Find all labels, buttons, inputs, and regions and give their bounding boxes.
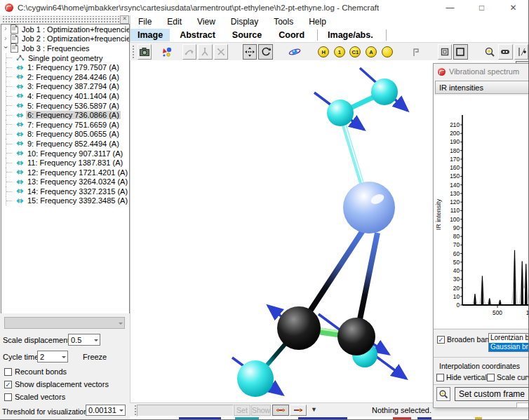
toolbar-grip[interactable] [132, 45, 135, 59]
hide-verticals-checkbox[interactable] [436, 374, 444, 381]
label-h-button[interactable]: H [316, 44, 331, 60]
spectrum-title-bar[interactable]: Vibrational spectrum [434, 64, 529, 79]
ir-spectrum-plot: 0102030405060708090100110120130140150160… [434, 95, 529, 328]
spectrum-resize-grip[interactable] [516, 402, 529, 408]
tree-connector [6, 72, 15, 82]
interpolation-coordinates-label[interactable]: Interpolation coordinates [439, 362, 520, 370]
tree-item-label: Job 2 : Optimization+frequencies [20, 34, 130, 43]
close-button[interactable]: ✕ [497, 0, 529, 15]
menu-help[interactable]: Help [301, 17, 334, 27]
tree-item-frequency-selected[interactable]: 6: Frequency 736.0866 (A) [1, 110, 129, 120]
frame-outline-button[interactable] [453, 44, 468, 60]
camera-button[interactable] [138, 44, 152, 60]
chevron-down-icon[interactable] [92, 334, 100, 345]
menu-display[interactable]: Display [223, 17, 266, 27]
label-plain-button[interactable] [380, 44, 394, 60]
tree-item-frequency[interactable]: 7: Frequency 751.6659 (A) [1, 120, 129, 130]
tab-abstract[interactable]: Abstract [173, 29, 222, 41]
pan-button[interactable] [243, 44, 257, 60]
forward-direction-button[interactable] [290, 405, 307, 416]
frequency-icon [16, 93, 24, 99]
tab-coord[interactable]: Coord [272, 29, 312, 41]
tree-item-frequency[interactable]: 10: Frequency 907.3117 (A) [1, 149, 129, 158]
stereo-mask-button[interactable] [498, 44, 513, 60]
tree-item-frequency[interactable]: 2: Frequency 284.4246 (A) [1, 72, 129, 82]
tab-image-abs[interactable]: Image/abs. [321, 29, 380, 41]
both-directions-button[interactable] [272, 405, 289, 416]
tree-item-frequency[interactable]: 14: Frequency 3327.2315 (A) [1, 187, 129, 196]
ir-spectrum-chart[interactable]: 0102030405060708090100110120130140150160… [434, 95, 529, 328]
recount-bonds-checkbox[interactable] [4, 368, 12, 376]
zoom-tool-button[interactable] [482, 44, 497, 60]
frequency-icon [16, 121, 24, 128]
scaled-vectors-checkbox[interactable] [4, 393, 12, 401]
tree-item-frequency[interactable]: 15: Frequency 3392.3485 (A) [1, 196, 129, 206]
expander-icon[interactable]: › [1, 34, 10, 42]
expander-icon[interactable]: › [1, 25, 10, 32]
flag-button[interactable] [408, 44, 423, 60]
broadening-option-gaussian[interactable]: Gaussian broa [489, 343, 529, 352]
panel-close-icon[interactable]: ✕ [120, 15, 129, 24]
tree-item-job1[interactable]: › Job 1 : Optimization+frequencies [1, 25, 129, 34]
panel-drag-handle[interactable] [1, 16, 128, 22]
spectrum-title: Vibrational spectrum [449, 67, 519, 76]
set-custom-frame-button[interactable]: Set custom frame [455, 387, 529, 401]
separator [434, 329, 529, 330]
capture-molecule-button[interactable] [160, 44, 175, 60]
tree-item-frequency[interactable]: 4: Frequency 401.1404 (A) [1, 91, 129, 101]
broadening-option-lorentzian[interactable]: Lorentzian broa [489, 334, 529, 343]
camera-icon [139, 46, 150, 57]
label-number-button[interactable]: 1 [332, 44, 347, 60]
menu-file[interactable]: File [130, 17, 159, 27]
vibrational-spectrum-window[interactable]: Vibrational spectrum IR intensities 0102… [433, 63, 529, 408]
tab-source[interactable]: Source [225, 29, 269, 41]
measure-button[interactable] [514, 44, 529, 60]
atom-h [327, 100, 354, 126]
label-a-button[interactable]: A [364, 44, 379, 60]
threshold-combobox[interactable]: 0.00131 [86, 405, 126, 416]
tree-connector [6, 101, 15, 111]
tree-item-frequency[interactable]: 1: Frequency 179.7507 (A) [1, 62, 129, 72]
tree-item-job2[interactable]: › Job 2 : Optimization+frequencies [1, 34, 129, 44]
frame-button[interactable] [438, 44, 453, 60]
chevron-down-icon[interactable] [60, 351, 67, 362]
expander-icon[interactable]: › [2, 43, 10, 52]
tree-item-frequency[interactable]: 13: Frequency 3264.0324 (A) [1, 177, 129, 187]
spectrum-zoom-button[interactable] [436, 387, 450, 401]
freeze-label[interactable]: Freeze [83, 353, 107, 361]
rotate-button[interactable] [258, 44, 273, 60]
tree-item-frequency[interactable]: 12: Frequency 1721.4201 (A) [1, 168, 129, 177]
show-displacement-vectors-label: Show displacement vectors [15, 380, 109, 388]
job-tree: › Job 1 : Optimization+frequencies › Job… [1, 24, 130, 314]
tools-heading[interactable]: Tools [5, 417, 29, 420]
tree-item-frequency[interactable]: 5: Frequency 536.5897 (A) [1, 101, 129, 111]
cycle-time-combobox[interactable]: 2 [37, 351, 68, 363]
tab-image[interactable]: Image [130, 29, 170, 41]
broaden-bands-checkbox[interactable]: ✓ [437, 336, 445, 344]
tree-item-job3[interactable]: › Job 3 : Frequencies [1, 43, 129, 53]
label-c1-button[interactable]: C1 [348, 44, 363, 60]
direction-dropdown-caret[interactable]: ▼ [311, 406, 317, 413]
menu-tools[interactable]: Tools [266, 17, 301, 27]
app-icon [438, 68, 446, 76]
scale-displacement-combobox[interactable]: 0.5 [68, 334, 100, 346]
tree-connector [6, 177, 15, 187]
atom-orbit-button[interactable] [288, 44, 302, 60]
tree-item-label: 15: Frequency 3392.3485 (A) [26, 196, 129, 205]
show-displacement-vectors-checkbox[interactable]: ✓ [4, 381, 12, 388]
maximize-button[interactable]: □ [466, 0, 497, 15]
menu-view[interactable]: View [189, 17, 223, 27]
atom-pt [343, 182, 395, 233]
tree-item-frequency[interactable]: 9: Frequency 852.4494 (A) [1, 139, 129, 149]
tree-connector [6, 91, 15, 101]
minimize-button[interactable]: — [434, 0, 466, 15]
tree-item-single-point-geometry[interactable]: Single point geometry [1, 53, 129, 63]
spectrum-type-header[interactable]: IR intensities [435, 81, 529, 94]
menu-edit[interactable]: Edit [159, 17, 189, 27]
scale-curve-checkbox[interactable] [487, 374, 495, 381]
broadening-listbox[interactable]: Lorentzian broa Gaussian broa [488, 333, 529, 352]
tree-item-frequency[interactable]: 11: Frequency 1387.831 (A) [1, 158, 129, 168]
tree-item-frequency[interactable]: 8: Frequency 805.0655 (A) [1, 130, 129, 140]
chevron-down-icon[interactable] [117, 405, 125, 415]
tree-item-frequency[interactable]: 3: Frequency 387.2794 (A) [1, 82, 129, 92]
